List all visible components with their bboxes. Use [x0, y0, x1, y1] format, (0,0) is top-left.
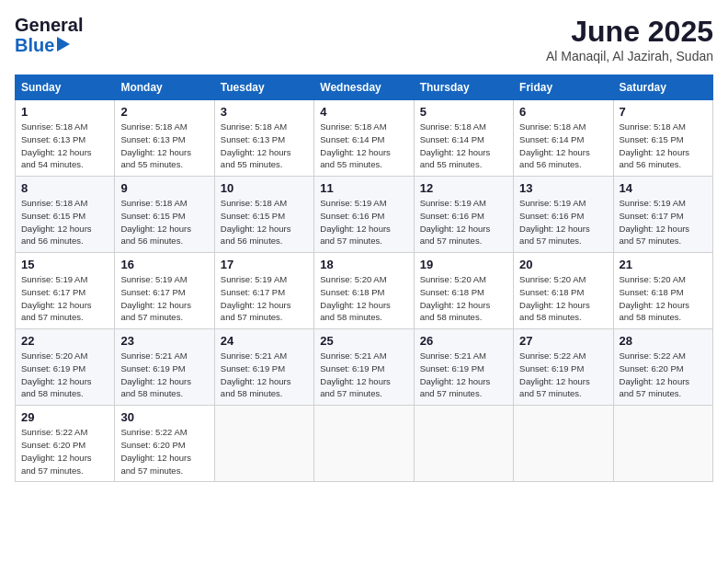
day-number: 15 [21, 258, 108, 271]
calendar-cell: 7Sunrise: 5:18 AM Sunset: 6:15 PM Daylig… [613, 100, 712, 177]
logo-arrow-icon [57, 37, 70, 52]
day-info: Sunrise: 5:22 AM Sunset: 6:20 PM Dayligh… [120, 426, 208, 477]
calendar-cell [414, 406, 513, 482]
day-number: 4 [320, 105, 407, 119]
day-info: Sunrise: 5:22 AM Sunset: 6:20 PM Dayligh… [620, 350, 707, 400]
weekday-header-friday: Friday [514, 75, 613, 100]
day-number: 29 [21, 410, 108, 424]
calendar-cell: 11Sunrise: 5:19 AM Sunset: 6:16 PM Dayli… [314, 177, 414, 253]
day-number: 25 [320, 334, 407, 348]
day-number: 10 [221, 181, 308, 195]
day-info: Sunrise: 5:20 AM Sunset: 6:18 PM Dayligh… [620, 273, 707, 324]
day-number: 3 [221, 105, 308, 119]
day-info: Sunrise: 5:18 AM Sunset: 6:13 PM Dayligh… [120, 121, 208, 171]
weekday-header-tuesday: Tuesday [214, 75, 313, 100]
day-number: 27 [519, 334, 607, 348]
calendar-cell: 16Sunrise: 5:19 AM Sunset: 6:17 PM Dayli… [115, 253, 214, 329]
day-info: Sunrise: 5:18 AM Sunset: 6:14 PM Dayligh… [320, 121, 407, 171]
day-number: 9 [120, 181, 208, 195]
calendar-cell: 12Sunrise: 5:19 AM Sunset: 6:16 PM Dayli… [414, 177, 513, 253]
day-number: 21 [620, 258, 707, 271]
day-info: Sunrise: 5:18 AM Sunset: 6:15 PM Dayligh… [21, 197, 108, 247]
calendar-cell [514, 406, 613, 482]
logo-line1: General [15, 15, 83, 35]
weekday-header-thursday: Thursday [414, 75, 513, 100]
calendar-cell: 8Sunrise: 5:18 AM Sunset: 6:15 PM Daylig… [16, 177, 115, 253]
logo-line2: Blue [15, 35, 83, 55]
day-info: Sunrise: 5:21 AM Sunset: 6:19 PM Dayligh… [221, 350, 308, 400]
day-number: 8 [21, 181, 108, 195]
calendar-cell: 14Sunrise: 5:19 AM Sunset: 6:17 PM Dayli… [613, 177, 712, 253]
calendar-cell: 18Sunrise: 5:20 AM Sunset: 6:18 PM Dayli… [314, 253, 414, 329]
day-number: 13 [519, 181, 607, 195]
calendar-cell: 3Sunrise: 5:18 AM Sunset: 6:13 PM Daylig… [214, 100, 313, 177]
day-info: Sunrise: 5:19 AM Sunset: 6:17 PM Dayligh… [120, 273, 208, 324]
logo: General Blue [15, 15, 83, 55]
calendar-cell [314, 406, 414, 482]
calendar-cell: 6Sunrise: 5:18 AM Sunset: 6:14 PM Daylig… [514, 100, 613, 177]
day-info: Sunrise: 5:19 AM Sunset: 6:16 PM Dayligh… [519, 197, 607, 247]
day-number: 5 [420, 105, 507, 119]
day-info: Sunrise: 5:21 AM Sunset: 6:19 PM Dayligh… [320, 350, 407, 400]
logo-blue-text: Blue [15, 35, 54, 55]
calendar-cell: 15Sunrise: 5:19 AM Sunset: 6:17 PM Dayli… [16, 253, 115, 329]
day-info: Sunrise: 5:19 AM Sunset: 6:17 PM Dayligh… [221, 273, 308, 324]
calendar-cell: 23Sunrise: 5:21 AM Sunset: 6:19 PM Dayli… [115, 329, 214, 406]
day-number: 18 [320, 258, 407, 271]
calendar-cell [214, 406, 313, 482]
calendar-cell: 2Sunrise: 5:18 AM Sunset: 6:13 PM Daylig… [115, 100, 214, 177]
day-number: 14 [620, 181, 707, 195]
calendar-header: SundayMondayTuesdayWednesdayThursdayFrid… [16, 75, 713, 100]
day-info: Sunrise: 5:18 AM Sunset: 6:15 PM Dayligh… [120, 197, 208, 247]
day-info: Sunrise: 5:18 AM Sunset: 6:13 PM Dayligh… [21, 121, 108, 171]
day-info: Sunrise: 5:19 AM Sunset: 6:17 PM Dayligh… [620, 197, 707, 247]
calendar-cell: 9Sunrise: 5:18 AM Sunset: 6:15 PM Daylig… [115, 177, 214, 253]
day-info: Sunrise: 5:20 AM Sunset: 6:19 PM Dayligh… [21, 350, 108, 400]
month-title: June 2025 [546, 15, 713, 49]
day-info: Sunrise: 5:20 AM Sunset: 6:18 PM Dayligh… [519, 273, 607, 324]
day-number: 6 [519, 105, 607, 119]
day-number: 28 [620, 334, 707, 348]
day-info: Sunrise: 5:21 AM Sunset: 6:19 PM Dayligh… [120, 350, 208, 400]
day-number: 24 [221, 334, 308, 348]
calendar-cell: 20Sunrise: 5:20 AM Sunset: 6:18 PM Dayli… [514, 253, 613, 329]
calendar-cell: 1Sunrise: 5:18 AM Sunset: 6:13 PM Daylig… [16, 100, 115, 177]
day-info: Sunrise: 5:22 AM Sunset: 6:20 PM Dayligh… [21, 426, 108, 477]
calendar-cell: 10Sunrise: 5:18 AM Sunset: 6:15 PM Dayli… [214, 177, 313, 253]
day-number: 2 [120, 105, 208, 119]
title-block: June 2025 Al Manaqil, Al Jazirah, Sudan [546, 15, 713, 63]
day-number: 11 [320, 181, 407, 195]
day-info: Sunrise: 5:18 AM Sunset: 6:15 PM Dayligh… [620, 121, 707, 171]
calendar-cell: 28Sunrise: 5:22 AM Sunset: 6:20 PM Dayli… [613, 329, 712, 406]
day-info: Sunrise: 5:19 AM Sunset: 6:17 PM Dayligh… [21, 273, 108, 324]
calendar-cell: 21Sunrise: 5:20 AM Sunset: 6:18 PM Dayli… [613, 253, 712, 329]
day-number: 30 [120, 410, 208, 424]
calendar-cell: 25Sunrise: 5:21 AM Sunset: 6:19 PM Dayli… [314, 329, 414, 406]
day-info: Sunrise: 5:20 AM Sunset: 6:18 PM Dayligh… [420, 273, 507, 324]
day-number: 26 [420, 334, 507, 348]
day-number: 22 [21, 334, 108, 348]
calendar-table: SundayMondayTuesdayWednesdayThursdayFrid… [15, 75, 713, 482]
day-info: Sunrise: 5:22 AM Sunset: 6:19 PM Dayligh… [519, 350, 607, 400]
day-info: Sunrise: 5:21 AM Sunset: 6:19 PM Dayligh… [420, 350, 507, 400]
day-info: Sunrise: 5:18 AM Sunset: 6:14 PM Dayligh… [420, 121, 507, 171]
day-number: 16 [120, 258, 208, 271]
day-number: 17 [221, 258, 308, 271]
day-number: 19 [420, 258, 507, 271]
calendar-cell: 4Sunrise: 5:18 AM Sunset: 6:14 PM Daylig… [314, 100, 414, 177]
day-info: Sunrise: 5:18 AM Sunset: 6:14 PM Dayligh… [519, 121, 607, 171]
calendar-cell [613, 406, 712, 482]
day-info: Sunrise: 5:18 AM Sunset: 6:15 PM Dayligh… [221, 197, 308, 247]
weekday-header-sunday: Sunday [16, 75, 115, 100]
calendar-cell: 27Sunrise: 5:22 AM Sunset: 6:19 PM Dayli… [514, 329, 613, 406]
day-number: 12 [420, 181, 507, 195]
calendar-cell: 5Sunrise: 5:18 AM Sunset: 6:14 PM Daylig… [414, 100, 513, 177]
calendar-cell: 30Sunrise: 5:22 AM Sunset: 6:20 PM Dayli… [115, 406, 214, 482]
page-header: General Blue June 2025 Al Manaqil, Al Ja… [15, 15, 713, 63]
day-number: 23 [120, 334, 208, 348]
weekday-header-monday: Monday [115, 75, 214, 100]
location-title: Al Manaqil, Al Jazirah, Sudan [546, 49, 713, 63]
day-number: 1 [21, 105, 108, 119]
day-info: Sunrise: 5:19 AM Sunset: 6:16 PM Dayligh… [320, 197, 407, 247]
weekday-header-saturday: Saturday [613, 75, 712, 100]
